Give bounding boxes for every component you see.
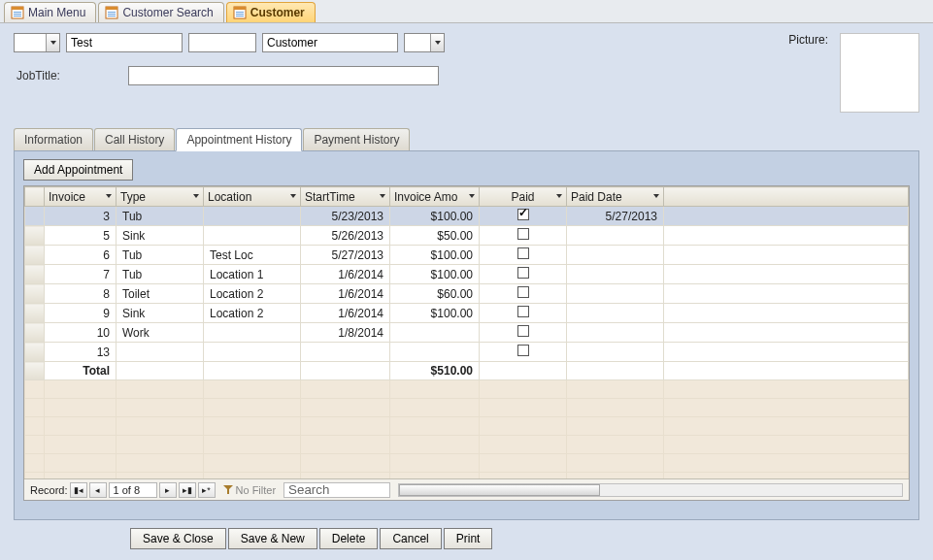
tab-payment-history[interactable]: Payment History: [303, 128, 410, 150]
picture-frame[interactable]: [840, 33, 919, 113]
row-selector[interactable]: [25, 246, 45, 265]
table-row[interactable]: 10Work1/8/2014: [25, 323, 909, 343]
cell-paid[interactable]: [480, 226, 567, 246]
row-selector[interactable]: [25, 226, 45, 246]
cell-paid-date[interactable]: [567, 323, 664, 343]
cell-invoice[interactable]: 13: [45, 343, 117, 362]
cell-location[interactable]: [204, 226, 301, 246]
cell-type[interactable]: Tub: [117, 207, 204, 226]
table-row[interactable]: 9SinkLocation 21/6/2014$100.00: [25, 304, 909, 323]
cell-extra[interactable]: [664, 323, 909, 343]
cell-invoice[interactable]: 8: [45, 284, 117, 304]
scrollbar-thumb[interactable]: [399, 484, 600, 496]
doctab-customer-search[interactable]: Customer Search: [98, 2, 223, 22]
table-row[interactable]: 5Sink5/26/2013$50.00: [25, 226, 909, 246]
cell-type[interactable]: Sink: [117, 304, 204, 323]
cell-location[interactable]: Location 2: [204, 284, 301, 304]
cell-extra[interactable]: [664, 265, 909, 284]
cell-amount[interactable]: [390, 323, 480, 343]
middle-name-field[interactable]: [188, 33, 256, 52]
cell-paid[interactable]: [480, 343, 567, 362]
cell-starttime[interactable]: 5/23/2013: [301, 207, 390, 226]
nav-next-button[interactable]: ▸: [159, 482, 177, 498]
col-paid-date[interactable]: Paid Date: [567, 187, 664, 207]
jobtitle-field[interactable]: [128, 66, 439, 85]
nav-last-button[interactable]: ▸▮: [179, 482, 196, 498]
nav-prev-button[interactable]: ◂: [89, 482, 107, 498]
tab-call-history[interactable]: Call History: [94, 128, 175, 150]
checkbox[interactable]: [517, 267, 529, 279]
col-invoice[interactable]: Invoice: [45, 187, 117, 207]
cell-invoice[interactable]: 10: [45, 323, 117, 343]
cell-paid[interactable]: [480, 265, 567, 284]
checkbox[interactable]: [517, 306, 529, 317]
col-type[interactable]: Type: [117, 187, 204, 207]
cell-starttime[interactable]: 1/6/2014: [301, 284, 390, 304]
doctab-customer[interactable]: Customer: [226, 2, 316, 22]
cell-starttime[interactable]: 1/8/2014: [301, 323, 390, 343]
cell-paid[interactable]: [480, 246, 567, 265]
cell-amount[interactable]: $50.00: [390, 226, 480, 246]
cell-extra[interactable]: [664, 304, 909, 323]
table-row[interactable]: 3Tub5/23/2013$100.005/27/2013: [25, 207, 909, 226]
table-row[interactable]: 7TubLocation 11/6/2014$100.00: [25, 265, 909, 284]
record-search-input[interactable]: [283, 482, 390, 498]
cell-starttime[interactable]: 1/6/2014: [301, 304, 390, 323]
cell-extra[interactable]: [664, 284, 909, 304]
cell-type[interactable]: Tub: [117, 265, 204, 284]
cell-invoice[interactable]: 9: [45, 304, 117, 323]
cell-invoice[interactable]: 3: [45, 207, 117, 226]
cell-starttime[interactable]: 5/27/2013: [301, 246, 390, 265]
record-position[interactable]: 1 of 8: [109, 482, 157, 498]
cell-amount[interactable]: $60.00: [390, 284, 480, 304]
table-row[interactable]: 13: [25, 343, 909, 362]
cell-amount[interactable]: $100.00: [390, 265, 480, 284]
checkbox[interactable]: [517, 286, 529, 298]
filter-indicator[interactable]: No Filter: [223, 484, 277, 496]
cell-paid-date[interactable]: [567, 343, 664, 362]
cell-location[interactable]: Location 2: [204, 304, 301, 323]
cell-paid-date[interactable]: [567, 246, 664, 265]
cell-extra[interactable]: [664, 226, 909, 246]
cancel-button[interactable]: Cancel: [380, 528, 441, 549]
cell-amount[interactable]: [390, 343, 480, 362]
cell-location[interactable]: [204, 343, 301, 362]
checkbox[interactable]: [517, 209, 529, 220]
row-selector[interactable]: [25, 207, 45, 226]
corner-cell[interactable]: [25, 187, 45, 207]
cell-type[interactable]: Tub: [117, 246, 204, 265]
col-location[interactable]: Location: [204, 187, 301, 207]
cell-extra[interactable]: [664, 207, 909, 226]
checkbox[interactable]: [517, 228, 529, 240]
cell-location[interactable]: Test Loc: [204, 246, 301, 265]
cell-paid[interactable]: [480, 304, 567, 323]
cell-starttime[interactable]: [301, 343, 390, 362]
last-name-field[interactable]: [262, 33, 398, 52]
cell-location[interactable]: Location 1: [204, 265, 301, 284]
cell-invoice[interactable]: 5: [45, 226, 117, 246]
save-close-button[interactable]: Save & Close: [130, 528, 226, 549]
cell-type[interactable]: Toilet: [117, 284, 204, 304]
tab-appointment-history[interactable]: Appointment History: [176, 128, 302, 151]
save-new-button[interactable]: Save & New: [228, 528, 317, 549]
cell-paid-date[interactable]: [567, 265, 664, 284]
add-appointment-button[interactable]: Add Appointment: [23, 159, 133, 181]
cell-invoice[interactable]: 6: [45, 246, 117, 265]
col-paid[interactable]: Paid: [480, 187, 567, 207]
cell-starttime[interactable]: 5/26/2013: [301, 226, 390, 246]
table-row[interactable]: 6TubTest Loc5/27/2013$100.00: [25, 246, 909, 265]
cell-paid-date[interactable]: [567, 304, 664, 323]
first-name-field[interactable]: [66, 33, 183, 52]
doctab-main-menu[interactable]: Main Menu: [4, 2, 96, 22]
suffix-combo[interactable]: [404, 33, 445, 52]
delete-button[interactable]: Delete: [319, 528, 379, 549]
nav-first-button[interactable]: ▮◂: [70, 482, 87, 498]
cell-extra[interactable]: [664, 246, 909, 265]
cell-type[interactable]: Work: [117, 323, 204, 343]
cell-amount[interactable]: $100.00: [390, 304, 480, 323]
nav-new-button[interactable]: ▸*: [198, 482, 216, 498]
cell-type[interactable]: Sink: [117, 226, 204, 246]
row-selector[interactable]: [25, 304, 45, 323]
cell-amount[interactable]: $100.00: [390, 207, 480, 226]
table-row[interactable]: 8ToiletLocation 21/6/2014$60.00: [25, 284, 909, 304]
